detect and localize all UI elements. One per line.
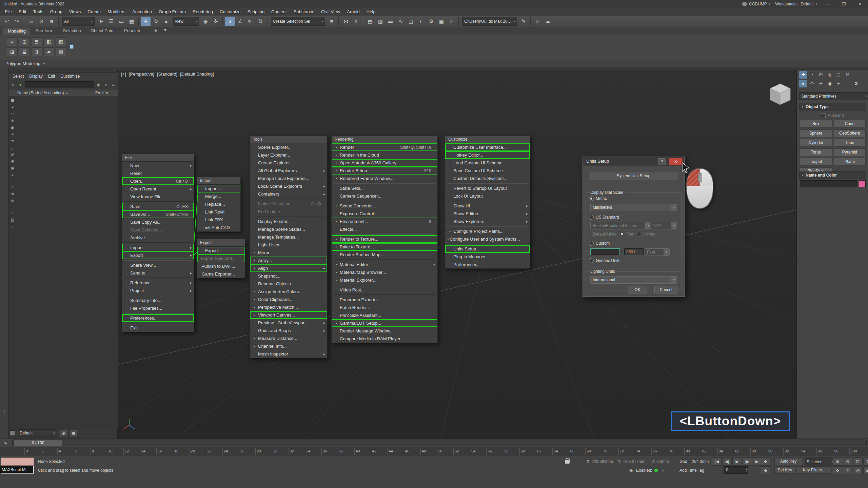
ribbon-tab-populate[interactable]: Populate (119, 27, 146, 35)
menu-item-camera-sequencer[interactable]: Camera Sequencer... (332, 192, 437, 200)
menu-item-print-size-assistant[interactable]: Print Size Assistant... (332, 311, 437, 319)
menu-item-color-clipboard[interactable]: ▪Color Clipboard... (250, 296, 327, 303)
menubar-item-rendering[interactable]: Rendering (189, 8, 216, 16)
select-object-icon[interactable]: ➤ (96, 17, 106, 26)
ribbon-ring-tool-icon[interactable]: ⬓ (19, 47, 30, 56)
close-button[interactable]: ✕ (854, 1, 866, 7)
menu-item-open-autodesk-a360-gallery[interactable]: ▪Open Autodesk A360 Gallery (332, 159, 437, 167)
menubar-item-scripting[interactable]: Scripting (244, 8, 268, 16)
menu-item-rendered-frame-window[interactable]: ▪Rendered Frame Window... (332, 175, 437, 182)
menu-item-hotkey-editor[interactable]: Hotkey Editor... (445, 151, 530, 159)
display-children-icon[interactable]: ⊞ (9, 198, 16, 204)
play-button[interactable]: ▶ (732, 458, 742, 466)
menubar-item-civil-view[interactable]: Civil View (318, 8, 343, 16)
menu-item-isolate-selection[interactable]: Isolate SelectionAlt+Q (250, 200, 327, 208)
ribbon-border-tool-icon[interactable]: ⬒ (31, 37, 42, 46)
viewport-label-[interactable]: [+] (121, 72, 126, 77)
menu-item-export[interactable]: Export▸ (122, 251, 194, 259)
menu-item-state-sets[interactable]: State Sets... (332, 184, 437, 192)
scene-security-shield-icon[interactable]: ◉ (628, 467, 634, 473)
ribbon-preview-tool-icon[interactable]: ▦ (56, 47, 66, 56)
select-by-name-icon[interactable]: ☰ (106, 17, 116, 26)
toggle-scene-explorer-icon[interactable]: ▤ (366, 17, 375, 26)
menu-title-tools[interactable]: Tools (250, 136, 327, 143)
menu-item-all-global-explorers[interactable]: All Global Explorers▸ (250, 167, 327, 175)
generic-units-radio[interactable]: Generic Units (589, 258, 620, 263)
menu-item-configure-project-paths[interactable]: ▪Configure Project Paths... (445, 227, 530, 235)
schematic-view-icon[interactable]: ◫ (406, 17, 416, 26)
ribbon-polygon-tool-icon[interactable]: ◧ (43, 37, 54, 46)
menu-item-gamma-lut-setup[interactable]: ▪Gamma/LUT Setup... (332, 319, 437, 327)
tab-utilities-icon[interactable]: ⚒ (843, 71, 851, 79)
display-hidden-icon[interactable]: ○ (9, 184, 16, 190)
spinner-snap-toggle-icon[interactable]: ⇅ (256, 17, 265, 26)
scene-explorer-menu-select[interactable]: Select (10, 73, 26, 80)
menu-item-material-explorer[interactable]: ▪Material Explorer... (332, 276, 437, 284)
filter-geometry-icon[interactable]: ● (9, 104, 16, 110)
menu-title-file[interactable]: File (122, 154, 194, 162)
lighting-units-dropdown[interactable]: International▾ (590, 276, 677, 284)
select-and-scale-icon[interactable]: ▲ (161, 17, 171, 26)
find-icon[interactable]: ⌕ (103, 82, 109, 87)
angle-snap-toggle-icon[interactable]: ∠ (235, 17, 245, 26)
object-type-sphere[interactable]: Sphere (800, 129, 832, 137)
select-and-manipulate-icon[interactable]: ✜ (211, 17, 220, 26)
menu-item-channel-info[interactable]: ▪Channel Info... (250, 342, 327, 350)
ribbon-toggle-panel-icon[interactable]: ▦ (69, 43, 74, 49)
category-spacewarps-icon[interactable]: ≈ (843, 80, 851, 87)
filter-groups-icon[interactable]: ⬚ (9, 145, 16, 151)
menubar-item-tools[interactable]: Tools (29, 8, 46, 16)
menu-item-manage-templates[interactable]: Manage Templates... (250, 233, 327, 241)
tab-hierarchy-icon[interactable]: ⊞ (817, 71, 825, 79)
minimize-button[interactable]: — (822, 1, 833, 7)
macro-recorder-field[interactable] (1, 458, 34, 466)
ribbon-tab-freeform[interactable]: Freeform (31, 27, 58, 35)
menu-item-save-as[interactable]: Save As...Shift+Ctrl+S (122, 210, 194, 218)
menu-item-render-surface-map[interactable]: Render Surface Map... (332, 251, 437, 259)
object-type-teapot[interactable]: Teapot (800, 158, 832, 166)
menu-item-preview-grab-viewport[interactable]: Preview - Grab Viewport▸ (250, 319, 327, 327)
rendered-frame-window-icon[interactable]: ▣ (437, 17, 446, 26)
undo-icon[interactable]: ↶ (2, 17, 12, 26)
lock-explorer-icon[interactable]: ◈ (95, 82, 101, 87)
filter-materials-icon[interactable]: ◐ (9, 172, 16, 178)
time-slider-track[interactable]: 0 / 100 (12, 440, 867, 446)
key-mode-toggle-button[interactable]: ◆ (761, 466, 770, 474)
reference-coordinate-system-dropdown[interactable]: View▾ (173, 17, 199, 26)
menubar-item-modifiers[interactable]: Modifiers (104, 8, 129, 16)
menu-item-display-floater[interactable]: Display Floater... (250, 218, 327, 225)
menubar-item-create[interactable]: Create (84, 8, 104, 16)
menubar-item-content[interactable]: Content (268, 8, 290, 16)
menu-item-render[interactable]: ▪RenderShift+Q, Shift+F9 (332, 143, 437, 151)
display-frozen-icon[interactable]: ❄ (9, 191, 16, 197)
object-type-pyramid[interactable]: Pyramid (834, 148, 866, 156)
menu-item-summary-info[interactable]: Summary Info... (122, 297, 194, 304)
key-filters-button[interactable]: Key Filters... (797, 466, 831, 474)
object-type-torus[interactable]: Torus (800, 148, 832, 156)
workspaces-dropdown[interactable]: Workspaces: Default ▾ (775, 2, 817, 6)
object-name-field[interactable] (800, 180, 857, 187)
menu-item-share-view[interactable]: Share View... (122, 261, 194, 269)
ribbon-tab-modeling[interactable]: Modeling (3, 27, 31, 35)
user-account-menu[interactable]: CGBUMP ▾ (742, 2, 770, 6)
asset-tracking-icon[interactable]: ✎ (519, 17, 528, 26)
window-crossing-toggle-icon[interactable]: ▦ (127, 17, 136, 26)
menu-item-bake-to-texture[interactable]: ▪Bake to Texture... (332, 243, 437, 251)
previous-frame-button[interactable]: ◀| (722, 458, 732, 466)
menu-item-open[interactable]: Open...Ctrl+O (122, 177, 194, 185)
project-folder-dropdown[interactable]: C:\Users\UI...ds Max 2022▾ (462, 17, 517, 26)
mirror-icon[interactable]: ⋈ (341, 17, 351, 26)
menu-item-save-copy-as[interactable]: Save Copy As... (122, 218, 194, 226)
object-color-swatch[interactable] (859, 180, 866, 187)
menubar-item-animation[interactable]: Animation (129, 8, 155, 16)
key-selection-dropdown[interactable]: Selected▾ (805, 458, 836, 466)
set-keys-button[interactable]: ✚ (761, 458, 770, 466)
category-geometry-icon[interactable]: ● (799, 80, 807, 87)
menu-item-plug-in-manager[interactable]: Plug-in Manager... (445, 253, 530, 261)
filter-containers-icon[interactable]: ▣ (9, 165, 16, 171)
custom-unit-value-field[interactable]: 660.0 (624, 248, 644, 255)
menu-item-new[interactable]: New▸ (122, 162, 194, 169)
next-frame-button[interactable]: |▶ (743, 458, 752, 466)
menu-item-environment[interactable]: ▪Environment...8 (332, 218, 437, 225)
viewcube[interactable] (767, 82, 793, 107)
